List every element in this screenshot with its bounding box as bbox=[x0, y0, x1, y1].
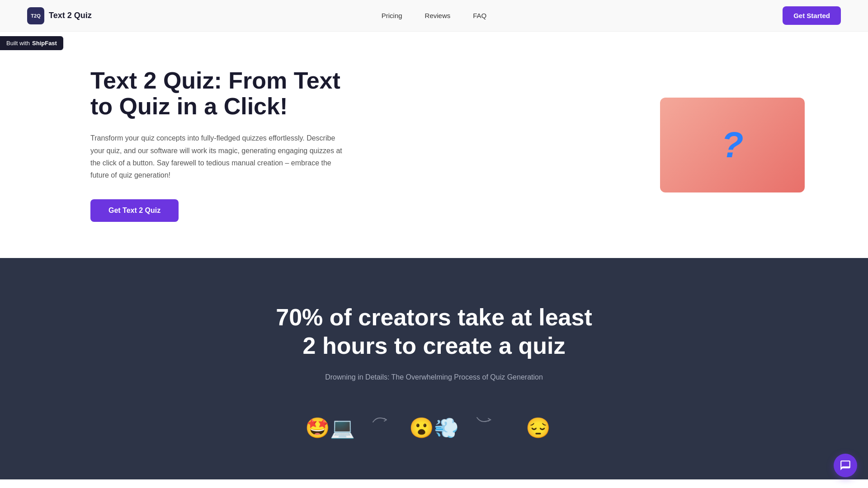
get-started-button[interactable]: Get Started bbox=[783, 6, 841, 25]
process-emoji-3: 😔 bbox=[526, 416, 551, 440]
hero-title: Text 2 Quiz: From Text to Quiz in a Clic… bbox=[90, 68, 353, 119]
process-step-3: 😔 bbox=[502, 416, 574, 440]
dark-section-title: 70% of creators take at least 2 hours to… bbox=[276, 303, 592, 360]
nav-item-faq[interactable]: FAQ bbox=[473, 12, 486, 20]
nav-item-reviews[interactable]: Reviews bbox=[425, 12, 451, 20]
built-with-badge: Built with ShipFast bbox=[0, 36, 63, 50]
chat-bubble-button[interactable] bbox=[834, 454, 857, 477]
process-row: 🤩💻 😮💨 😔 bbox=[27, 413, 841, 443]
process-emoji-1: 🤩💻 bbox=[305, 416, 355, 440]
nav-link-faq[interactable]: FAQ bbox=[473, 12, 486, 19]
dark-section-subtitle: Drowning in Details: The Overwhelming Pr… bbox=[27, 373, 841, 381]
navbar-links: Pricing Reviews FAQ bbox=[382, 12, 487, 20]
logo-text: Text 2 Quiz bbox=[49, 11, 92, 20]
process-step-1: 🤩💻 bbox=[294, 416, 366, 440]
built-with-brand: ShipFast bbox=[32, 40, 57, 47]
dark-section: 70% of creators take at least 2 hours to… bbox=[0, 258, 868, 479]
built-with-prefix: Built with bbox=[6, 40, 30, 47]
chat-icon bbox=[840, 460, 851, 471]
hero-description: Transform your quiz concepts into fully-… bbox=[90, 132, 344, 181]
nav-link-pricing[interactable]: Pricing bbox=[382, 12, 402, 19]
hero-cta-button[interactable]: Get Text 2 Quiz bbox=[90, 199, 179, 222]
nav-item-pricing[interactable]: Pricing bbox=[382, 12, 402, 20]
process-arrow-1 bbox=[366, 413, 398, 430]
hero-section: Text 2 Quiz: From Text to Quiz in a Clic… bbox=[0, 32, 868, 258]
process-emoji-2: 😮💨 bbox=[409, 416, 459, 440]
question-mark-icon: ? bbox=[722, 127, 744, 163]
process-step-2: 😮💨 bbox=[398, 416, 470, 440]
process-arrow-2 bbox=[470, 413, 502, 430]
logo-badge: T2Q bbox=[27, 7, 44, 24]
hero-content: Text 2 Quiz: From Text to Quiz in a Clic… bbox=[90, 68, 353, 222]
logo-link[interactable]: T2Q Text 2 Quiz bbox=[27, 7, 92, 24]
nav-link-reviews[interactable]: Reviews bbox=[425, 12, 451, 19]
hero-image: ? bbox=[660, 98, 805, 192]
navbar: T2Q Text 2 Quiz Pricing Reviews FAQ Get … bbox=[0, 0, 868, 32]
